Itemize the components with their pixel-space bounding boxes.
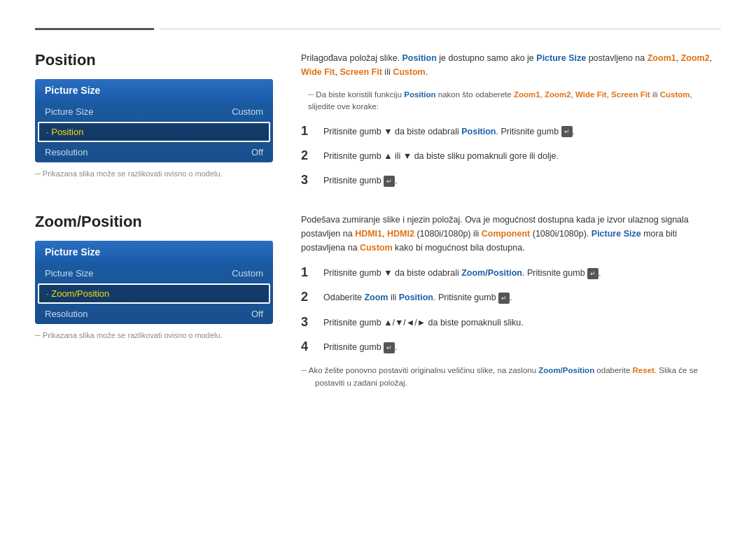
section1-row3-label: Resolution [45, 147, 88, 157]
section1-step3: 3 Pritisnite gumb ↵. [301, 172, 721, 188]
s1-step2-text: Pritisnite gumb ▲ ili ▼ da biste sliku p… [323, 148, 559, 163]
section1-row-1: Picture Size Custom [35, 101, 273, 122]
s1-pos-bold: Position [402, 53, 437, 63]
section2-row1-value: Custom [232, 268, 263, 279]
top-rules [35, 28, 721, 30]
s1-screenfit: Screen Fit [340, 67, 382, 77]
section1-right: Prilagođava položaj slike. Position je d… [301, 51, 721, 199]
s2-zoom-link: Zoom [364, 293, 388, 302]
section2-note: Prikazana slika može se razlikovati ovis… [35, 331, 273, 339]
s2-btn1: ↵ [587, 268, 598, 279]
section1-row-3: Resolution Off [35, 142, 273, 162]
spacer1 [35, 199, 721, 213]
section2-row-1: Picture Size Custom [35, 263, 273, 283]
s1-note-zoom2: Zoom2 [545, 90, 571, 99]
s2-note-reset: Reset [633, 366, 654, 374]
s2-step1-num: 1 [301, 265, 315, 281]
section1-area: Position Picture Size Picture Size Custo… [35, 51, 721, 199]
s1-step1-num: 1 [301, 123, 315, 139]
section2-row2-label: · Zoom/Position [46, 288, 109, 299]
s2-s1-zoompos: Zoom/Position [461, 268, 522, 278]
rule-dark [35, 28, 154, 30]
s1-custom: Custom [393, 67, 426, 77]
section2-steps: 1 Pritisnite gumb ▼ da biste odabrali Zo… [301, 265, 721, 356]
s1-note-screenfit: Screen Fit [611, 90, 650, 99]
s2-btn2: ↵ [498, 293, 510, 304]
section2-left: Zoom/Position Picture Size Picture Size … [35, 213, 273, 389]
s1-note-widefit: Wide Fit [575, 90, 607, 99]
s1-btn1: ↵ [561, 126, 573, 137]
s2-custom: Custom [360, 243, 393, 253]
section1-steps: 1 Pritisnite gumb ▼ da biste odabrali Po… [301, 123, 721, 189]
s2-step2-text: Odaberite Zoom ili Position. Pritisnite … [323, 289, 512, 304]
section1-left: Position Picture Size Picture Size Custo… [35, 51, 273, 199]
section2-picture-box: Picture Size Picture Size Custom · Zoom/… [35, 241, 273, 324]
s2-component: Component [482, 229, 530, 239]
section1-row3-value: Off [251, 147, 263, 157]
section2-row3-label: Resolution [45, 309, 88, 319]
s2-picturesize: Picture Size [592, 229, 641, 239]
s1-step3-text: Pritisnite gumb ↵. [323, 172, 398, 188]
section1-picture-box: Picture Size Picture Size Custom · Posit… [35, 79, 273, 162]
section2-row3-value: Off [251, 309, 263, 319]
section1-step2: 2 Pritisnite gumb ▲ ili ▼ da biste sliku… [301, 148, 721, 164]
page-container: Position Picture Size Picture Size Custo… [0, 0, 756, 417]
section2-area: Zoom/Position Picture Size Picture Size … [35, 213, 721, 389]
s1-zoom2: Zoom2 [681, 53, 710, 63]
section2-step4: 4 Pritisnite gumb ↵. [301, 339, 721, 355]
section1-note-step: Da biste koristili funkciju Position nak… [301, 89, 721, 113]
s1-pos-note: Position [404, 90, 435, 99]
section2-step1: 1 Pritisnite gumb ▼ da biste odabrali Zo… [301, 265, 721, 281]
s2-hdmi2: HDMI2 [387, 229, 414, 239]
s2-btn4: ↵ [384, 342, 395, 353]
section2-note-final: Ako želite ponovno postaviti originalnu … [301, 364, 721, 390]
s2-step1-text: Pritisnite gumb ▼ da biste odabrali Zoom… [323, 265, 601, 280]
s1-zoom1: Zoom1 [648, 53, 676, 63]
s1-step3-num: 3 [301, 172, 315, 188]
s2-step3-text: Pritisnite gumb ▲/▼/◄/► da biste pomaknu… [323, 314, 524, 330]
section1-title: Position [35, 51, 273, 69]
s1-s1-pos: Position [461, 127, 496, 136]
section2-right: Podešava zumiranje slike i njezin položa… [301, 213, 721, 389]
s2-step2-num: 2 [301, 289, 315, 305]
s1-step2-num: 2 [301, 148, 315, 164]
s2-hdmi1: HDMI1 [355, 229, 382, 239]
s1-note-custom: Custom [660, 90, 690, 99]
s1-step1-text: Pritisnite gumb ▼ da biste odabrali Posi… [323, 123, 575, 139]
section2-row-2-selected: · Zoom/Position [38, 283, 270, 304]
s2-note-zoompos: Zoom/Position [538, 366, 594, 374]
section1-row-2-selected: · Position [38, 122, 270, 142]
section1-row1-value: Custom [232, 106, 263, 117]
section1-note: Prikazana slika može se razlikovati ovis… [35, 169, 273, 178]
s2-step4-num: 4 [301, 339, 315, 355]
s2-position-link: Position [399, 293, 433, 302]
section1-row1-label: Picture Size [45, 106, 93, 117]
rule-light [160, 29, 721, 29]
s1-note-zoom1: Zoom1 [514, 90, 540, 99]
section2-row-3: Resolution Off [35, 304, 273, 324]
section2-row1-label: Picture Size [45, 268, 93, 279]
s1-ps-bold: Picture Size [536, 53, 586, 63]
section2-intro: Podešava zumiranje slike i njezin položa… [301, 213, 721, 255]
section2-box-header: Picture Size [35, 241, 273, 263]
section1-intro: Prilagođava položaj slike. Position je d… [301, 51, 721, 79]
section1-row2-label: · Position [46, 127, 83, 137]
section1-box-header: Picture Size [35, 79, 273, 101]
s2-step4-text: Pritisnite gumb ↵. [323, 339, 398, 354]
section2-title: Zoom/Position [35, 213, 273, 231]
section2-step2: 2 Odaberite Zoom ili Position. Pritisnit… [301, 289, 721, 305]
section1-step1: 1 Pritisnite gumb ▼ da biste odabrali Po… [301, 123, 721, 139]
s1-widefit: Wide Fit [301, 67, 335, 77]
section2-step3: 3 Pritisnite gumb ▲/▼/◄/► da biste pomak… [301, 314, 721, 330]
s1-btn3: ↵ [384, 176, 395, 187]
s2-step3-num: 3 [301, 314, 315, 330]
